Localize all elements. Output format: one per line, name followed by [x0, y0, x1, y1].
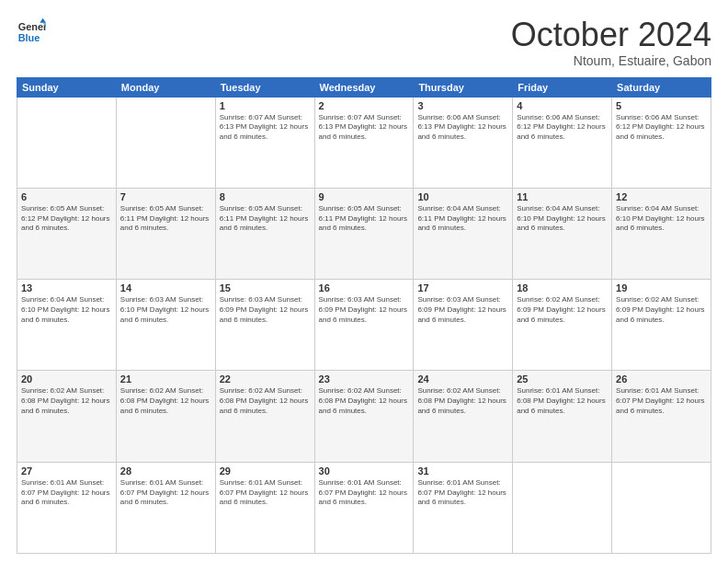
- table-row: 15Sunrise: 6:03 AM Sunset: 6:09 PM Dayli…: [215, 280, 314, 371]
- cell-content: Sunrise: 6:05 AM Sunset: 6:12 PM Dayligh…: [21, 204, 112, 234]
- day-number: 17: [417, 282, 508, 293]
- cell-content: Sunrise: 6:05 AM Sunset: 6:11 PM Dayligh…: [319, 204, 410, 234]
- day-number: 21: [120, 373, 211, 385]
- day-number: 5: [616, 100, 707, 111]
- table-row: 17Sunrise: 6:03 AM Sunset: 6:09 PM Dayli…: [414, 280, 513, 371]
- cell-content: Sunrise: 6:03 AM Sunset: 6:09 PM Dayligh…: [319, 295, 410, 325]
- cell-content: Sunrise: 6:06 AM Sunset: 6:12 PM Dayligh…: [616, 113, 707, 143]
- table-row: 8Sunrise: 6:05 AM Sunset: 6:11 PM Daylig…: [215, 188, 314, 279]
- cell-content: Sunrise: 6:03 AM Sunset: 6:09 PM Dayligh…: [417, 295, 508, 325]
- table-row: 4Sunrise: 6:06 AM Sunset: 6:12 PM Daylig…: [513, 97, 612, 188]
- cell-content: Sunrise: 6:01 AM Sunset: 6:07 PM Dayligh…: [319, 478, 410, 508]
- table-row: 14Sunrise: 6:03 AM Sunset: 6:10 PM Dayli…: [116, 280, 215, 371]
- table-row: [513, 462, 612, 553]
- logo-icon: General Blue: [17, 17, 46, 46]
- cell-content: Sunrise: 6:06 AM Sunset: 6:12 PM Dayligh…: [517, 113, 608, 143]
- month-title: October 2024: [511, 17, 711, 53]
- cell-content: Sunrise: 6:01 AM Sunset: 6:07 PM Dayligh…: [21, 478, 112, 508]
- day-number: 20: [21, 373, 112, 385]
- col-monday: Monday: [116, 77, 215, 97]
- table-row: 6Sunrise: 6:05 AM Sunset: 6:12 PM Daylig…: [17, 188, 117, 279]
- cell-content: Sunrise: 6:02 AM Sunset: 6:08 PM Dayligh…: [120, 386, 211, 416]
- calendar-header-row: Sunday Monday Tuesday Wednesday Thursday…: [17, 77, 711, 97]
- cell-content: Sunrise: 6:01 AM Sunset: 6:07 PM Dayligh…: [220, 478, 311, 508]
- day-number: 11: [517, 191, 608, 202]
- table-row: 29Sunrise: 6:01 AM Sunset: 6:07 PM Dayli…: [215, 462, 314, 553]
- logo: General Blue: [17, 17, 46, 46]
- cell-content: Sunrise: 6:06 AM Sunset: 6:13 PM Dayligh…: [417, 113, 508, 143]
- col-saturday: Saturday: [612, 77, 711, 97]
- cell-content: Sunrise: 6:02 AM Sunset: 6:09 PM Dayligh…: [517, 295, 608, 325]
- location: Ntoum, Estuaire, Gabon: [511, 53, 711, 68]
- table-row: 20Sunrise: 6:02 AM Sunset: 6:08 PM Dayli…: [17, 371, 117, 462]
- cell-content: Sunrise: 6:07 AM Sunset: 6:13 PM Dayligh…: [319, 113, 410, 143]
- col-tuesday: Tuesday: [215, 77, 314, 97]
- table-row: 9Sunrise: 6:05 AM Sunset: 6:11 PM Daylig…: [314, 188, 414, 279]
- day-number: 1: [220, 100, 311, 111]
- day-number: 2: [319, 100, 410, 111]
- col-sunday: Sunday: [17, 77, 117, 97]
- cell-content: Sunrise: 6:05 AM Sunset: 6:11 PM Dayligh…: [120, 204, 211, 234]
- cell-content: Sunrise: 6:04 AM Sunset: 6:10 PM Dayligh…: [21, 295, 112, 325]
- day-number: 29: [220, 465, 311, 477]
- table-row: 2Sunrise: 6:07 AM Sunset: 6:13 PM Daylig…: [314, 97, 414, 188]
- table-row: 7Sunrise: 6:05 AM Sunset: 6:11 PM Daylig…: [116, 188, 215, 279]
- day-number: 31: [417, 465, 508, 477]
- cell-content: Sunrise: 6:04 AM Sunset: 6:11 PM Dayligh…: [417, 204, 508, 234]
- day-number: 25: [517, 373, 608, 385]
- cell-content: Sunrise: 6:02 AM Sunset: 6:08 PM Dayligh…: [21, 386, 112, 416]
- day-number: 28: [120, 465, 211, 477]
- header: General Blue October 2024 Ntoum, Estuair…: [17, 17, 711, 68]
- table-row: 27Sunrise: 6:01 AM Sunset: 6:07 PM Dayli…: [17, 462, 117, 553]
- day-number: 18: [517, 282, 608, 293]
- day-number: 13: [21, 282, 112, 293]
- col-friday: Friday: [513, 77, 612, 97]
- day-number: 27: [21, 465, 112, 477]
- col-wednesday: Wednesday: [314, 77, 414, 97]
- table-row: 13Sunrise: 6:04 AM Sunset: 6:10 PM Dayli…: [17, 280, 117, 371]
- table-row: 30Sunrise: 6:01 AM Sunset: 6:07 PM Dayli…: [314, 462, 414, 553]
- table-row: 10Sunrise: 6:04 AM Sunset: 6:11 PM Dayli…: [414, 188, 513, 279]
- cell-content: Sunrise: 6:02 AM Sunset: 6:09 PM Dayligh…: [616, 295, 707, 325]
- day-number: 10: [417, 191, 508, 202]
- cell-content: Sunrise: 6:02 AM Sunset: 6:08 PM Dayligh…: [417, 386, 508, 416]
- svg-marker-2: [40, 18, 46, 23]
- cell-content: Sunrise: 6:02 AM Sunset: 6:08 PM Dayligh…: [319, 386, 410, 416]
- svg-text:General: General: [18, 21, 46, 32]
- table-row: 12Sunrise: 6:04 AM Sunset: 6:10 PM Dayli…: [612, 188, 711, 279]
- day-number: 6: [21, 191, 112, 202]
- cell-content: Sunrise: 6:01 AM Sunset: 6:07 PM Dayligh…: [417, 478, 508, 508]
- table-row: 24Sunrise: 6:02 AM Sunset: 6:08 PM Dayli…: [414, 371, 513, 462]
- day-number: 24: [417, 373, 508, 385]
- day-number: 14: [120, 282, 211, 293]
- svg-text:Blue: Blue: [18, 32, 40, 43]
- day-number: 8: [220, 191, 311, 202]
- cell-content: Sunrise: 6:02 AM Sunset: 6:08 PM Dayligh…: [220, 386, 311, 416]
- day-number: 30: [319, 465, 410, 477]
- table-row: 1Sunrise: 6:07 AM Sunset: 6:13 PM Daylig…: [215, 97, 314, 188]
- table-row: [116, 97, 215, 188]
- day-number: 19: [616, 282, 707, 293]
- day-number: 26: [616, 373, 707, 385]
- table-row: [17, 97, 117, 188]
- table-row: 26Sunrise: 6:01 AM Sunset: 6:07 PM Dayli…: [612, 371, 711, 462]
- page: General Blue October 2024 Ntoum, Estuair…: [0, 0, 728, 563]
- table-row: 18Sunrise: 6:02 AM Sunset: 6:09 PM Dayli…: [513, 280, 612, 371]
- day-number: 3: [417, 100, 508, 111]
- cell-content: Sunrise: 6:03 AM Sunset: 6:09 PM Dayligh…: [220, 295, 311, 325]
- table-row: 11Sunrise: 6:04 AM Sunset: 6:10 PM Dayli…: [513, 188, 612, 279]
- table-row: 22Sunrise: 6:02 AM Sunset: 6:08 PM Dayli…: [215, 371, 314, 462]
- cell-content: Sunrise: 6:01 AM Sunset: 6:07 PM Dayligh…: [616, 386, 707, 416]
- cell-content: Sunrise: 6:05 AM Sunset: 6:11 PM Dayligh…: [220, 204, 311, 234]
- table-row: 16Sunrise: 6:03 AM Sunset: 6:09 PM Dayli…: [314, 280, 414, 371]
- table-row: 3Sunrise: 6:06 AM Sunset: 6:13 PM Daylig…: [414, 97, 513, 188]
- cell-content: Sunrise: 6:07 AM Sunset: 6:13 PM Dayligh…: [220, 113, 311, 143]
- title-block: October 2024 Ntoum, Estuaire, Gabon: [511, 17, 711, 68]
- cell-content: Sunrise: 6:01 AM Sunset: 6:07 PM Dayligh…: [120, 478, 211, 508]
- day-number: 15: [220, 282, 311, 293]
- table-row: 31Sunrise: 6:01 AM Sunset: 6:07 PM Dayli…: [414, 462, 513, 553]
- table-row: 5Sunrise: 6:06 AM Sunset: 6:12 PM Daylig…: [612, 97, 711, 188]
- col-thursday: Thursday: [414, 77, 513, 97]
- cell-content: Sunrise: 6:04 AM Sunset: 6:10 PM Dayligh…: [517, 204, 608, 234]
- cell-content: Sunrise: 6:01 AM Sunset: 6:08 PM Dayligh…: [517, 386, 608, 416]
